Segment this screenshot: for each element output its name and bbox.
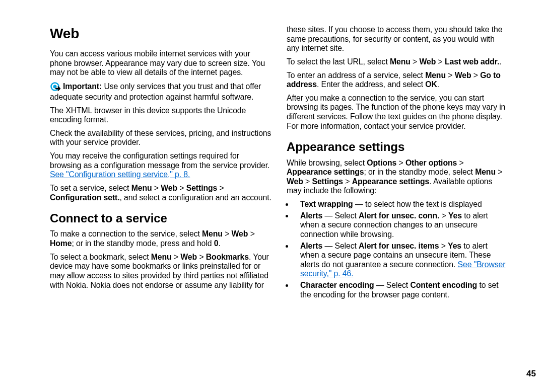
t: To make a connection to the service, sel… bbox=[50, 229, 202, 238]
sep: > bbox=[496, 168, 502, 176]
important-paragraph: Important: Use only services that you tr… bbox=[50, 82, 271, 102]
sep: > bbox=[172, 253, 181, 261]
important-icon bbox=[50, 82, 61, 93]
availability-paragraph: Check the availability of these services… bbox=[50, 129, 271, 147]
t: ; or in the standby mode, press and hold bbox=[72, 239, 214, 248]
sep: > bbox=[177, 184, 186, 192]
web-bold: Web bbox=[455, 71, 471, 80]
t: To enter an address of a service, select bbox=[287, 71, 425, 80]
bookmarks-bold: Bookmarks bbox=[206, 253, 249, 261]
sep: > bbox=[471, 71, 480, 80]
t: . bbox=[218, 239, 220, 248]
t: , and select a configuration and an acco… bbox=[120, 193, 271, 202]
sep: > bbox=[436, 57, 445, 66]
config-paragraph: You may receive the configuration settin… bbox=[50, 151, 271, 180]
settings-bold: Settings bbox=[312, 177, 343, 186]
sep: > bbox=[411, 57, 420, 66]
options-list: Text wrapping — to select how the text i… bbox=[287, 200, 508, 299]
other-bold: Other options bbox=[405, 159, 457, 167]
lastweb-bold: Last web addr. bbox=[445, 57, 499, 66]
web-bold: Web bbox=[420, 57, 436, 66]
after-connection-paragraph: After you make a connection to the servi… bbox=[287, 94, 508, 131]
list-item: Character encoding — Select Content enco… bbox=[294, 281, 508, 299]
connect-paragraph: To make a connection to the service, sel… bbox=[50, 229, 271, 248]
columns: Web You can access various mobile intern… bbox=[50, 25, 519, 301]
alertconn-bold: Alert for unsec. conn. bbox=[359, 211, 439, 220]
heading-appearance: Appearance settings bbox=[287, 140, 508, 154]
t: While browsing, select bbox=[287, 159, 367, 167]
t: . Enter the address, and select bbox=[317, 80, 425, 89]
menu-bold: Menu bbox=[151, 253, 172, 261]
sep: > bbox=[439, 211, 448, 220]
xhtml-paragraph: The XHTML browser in this device support… bbox=[50, 106, 271, 125]
column-right: these sites. If you choose to access the… bbox=[287, 25, 508, 301]
yes-bold: Yes bbox=[448, 242, 461, 250]
t: To select a bookmark, select bbox=[50, 253, 151, 261]
ok-bold: OK bbox=[425, 80, 437, 89]
set-service-paragraph: To set a service, select Menu > Web > Se… bbox=[50, 184, 271, 202]
web-bold: Web bbox=[180, 253, 197, 261]
alertitems-bold: Alert for unsec. items bbox=[359, 242, 439, 250]
alerts-bold: Alerts bbox=[300, 242, 322, 250]
list-item: Alerts — Select Alert for unsec. items >… bbox=[294, 242, 508, 279]
list-item: Alerts — Select Alert for unsec. conn. >… bbox=[294, 211, 508, 240]
contentenc-bold: Content encoding bbox=[410, 281, 477, 289]
t: To set a service, select bbox=[50, 184, 131, 192]
heading-web: Web bbox=[50, 25, 271, 42]
options-bold: Options bbox=[367, 159, 396, 167]
menu-bold: Menu bbox=[131, 184, 152, 192]
sep: > bbox=[223, 229, 232, 238]
menu-bold: Menu bbox=[202, 229, 223, 238]
t: — Select bbox=[322, 211, 359, 220]
sep: > bbox=[457, 159, 463, 167]
home-bold: Home bbox=[50, 239, 72, 248]
sep: > bbox=[396, 159, 405, 167]
menu-bold: Menu bbox=[390, 57, 411, 66]
page-number: 45 bbox=[526, 369, 536, 379]
settings-bold: Settings bbox=[186, 184, 218, 192]
sep: > bbox=[217, 184, 224, 192]
sep: > bbox=[152, 184, 161, 192]
sep: > bbox=[446, 71, 455, 80]
sites-continued: these sites. If you choose to access the… bbox=[287, 25, 508, 53]
t: To select the last URL, select bbox=[287, 57, 390, 66]
menu-bold: Menu bbox=[475, 168, 496, 176]
charenc-bold: Character encoding bbox=[300, 281, 374, 289]
web-bold: Web bbox=[232, 229, 248, 238]
appearance-bold: Appearance settings bbox=[352, 177, 430, 186]
enter-address-paragraph: To enter an address of a service, select… bbox=[287, 71, 508, 90]
svg-point-1 bbox=[53, 85, 57, 88]
appearance-intro: While browsing, select Options > Other o… bbox=[287, 159, 508, 196]
t: . bbox=[499, 57, 501, 66]
t: — Select bbox=[322, 242, 359, 250]
t: ; or in the standby mode, select bbox=[364, 168, 475, 176]
t: — to select how the text is displayed bbox=[353, 200, 482, 208]
sep: > bbox=[343, 177, 352, 186]
page: Web You can access various mobile intern… bbox=[0, 0, 544, 392]
bookmark-paragraph: To select a bookmark, select Menu > Web … bbox=[50, 253, 271, 290]
list-item: Text wrapping — to select how the text i… bbox=[294, 200, 508, 209]
menu-bold: Menu bbox=[425, 71, 446, 80]
intro-paragraph: You can access various mobile internet s… bbox=[50, 49, 271, 77]
sep: > bbox=[197, 253, 206, 261]
important-label: Important: bbox=[63, 82, 102, 91]
sep: > bbox=[248, 229, 254, 238]
yes-bold: Yes bbox=[448, 211, 462, 220]
appearance-bold: Appearance settings bbox=[287, 168, 364, 176]
alerts-bold: Alerts bbox=[300, 211, 322, 220]
sep: > bbox=[303, 177, 312, 186]
t: — Select bbox=[374, 281, 411, 289]
last-url-paragraph: To select the last URL, select Menu > We… bbox=[287, 57, 508, 67]
web-bold: Web bbox=[161, 184, 177, 192]
configsett-bold: Configuration sett. bbox=[50, 193, 120, 202]
column-left: Web You can access various mobile intern… bbox=[50, 25, 271, 301]
config-text: You may receive the configuration settin… bbox=[50, 151, 269, 170]
web-bold: Web bbox=[287, 177, 303, 186]
textwrap-bold: Text wrapping bbox=[300, 200, 353, 208]
sep: > bbox=[439, 242, 448, 250]
t: . bbox=[437, 80, 439, 89]
config-link[interactable]: See "Configuration setting service," p. … bbox=[50, 170, 190, 179]
heading-connect: Connect to a service bbox=[50, 211, 271, 225]
